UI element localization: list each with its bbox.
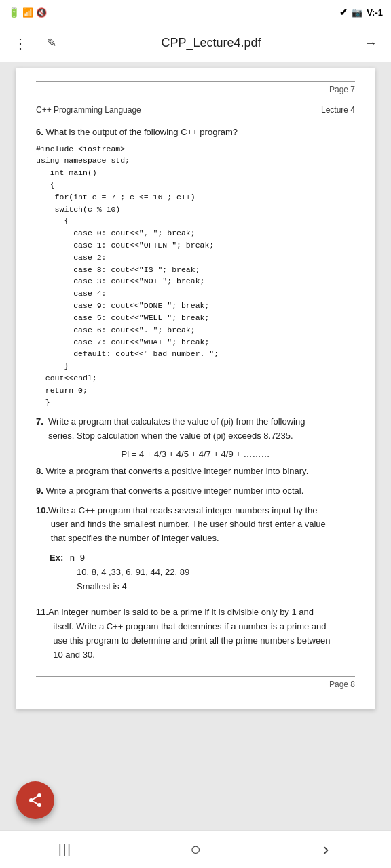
q10-num: 10.	[36, 505, 48, 515]
status-bar: 🔋 📶 🔇 ✔ 📷 V:-1	[0, 0, 391, 24]
status-left: 🔋 📶 🔇	[8, 7, 47, 18]
edit-button[interactable]: ✎	[39, 31, 64, 56]
toolbar: ⋮ ✎ CPP_Lecture4.pdf →	[0, 24, 391, 62]
page-num-bottom: Page 8	[36, 676, 355, 689]
section-header: C++ Programming Language Lecture 4	[36, 105, 355, 117]
q9-text: Write a program that converts a positive…	[43, 486, 303, 496]
q9-num: 9.	[36, 486, 43, 496]
q7-num: 7.	[36, 416, 43, 427]
q8-text: Write a program that converts a positive…	[43, 466, 308, 476]
q10-ex-label: Ex:	[50, 553, 63, 563]
section-header-left: C++ Programming Language	[36, 105, 141, 115]
q10-ex-line2: 10, 8, 4 ,33, 6, 91, 44, 22, 89	[77, 567, 189, 577]
q6-code: #include <iostream> using namespace std;…	[36, 143, 355, 409]
q10-text: Write a C++ program that reads several i…	[36, 505, 326, 544]
signal-icon: 📶	[22, 7, 33, 18]
q11-text: An integer number is said to be a prime …	[36, 607, 331, 659]
q11-num: 11.	[36, 607, 48, 617]
forward-nav-button[interactable]: ›	[307, 836, 345, 863]
battery-icon: 🔋	[8, 7, 20, 18]
q10-ex-line1: n=9	[70, 553, 85, 563]
section-header-right: Lecture 4	[321, 105, 355, 115]
q10-example: Ex: n=9 10, 8, 4 ,33, 6, 91, 44, 22, 89 …	[50, 551, 355, 593]
back-button[interactable]: |||	[46, 836, 84, 863]
menu-button[interactable]: ⋮	[8, 31, 33, 56]
q7-text: Write a program that calculates the valu…	[36, 416, 305, 441]
q10-ex-line3: Smallest is 4	[77, 581, 127, 591]
page-num-top: Page 7	[36, 81, 355, 94]
forward-button[interactable]: →	[358, 31, 383, 56]
q7-math: Pi = 4 + 4/3 + 4/5 + 4/7 + 4/9 + ………	[36, 449, 355, 459]
mute-icon: 🔇	[36, 7, 47, 18]
share-button[interactable]	[16, 781, 54, 819]
bottom-nav: ||| ○ ›	[0, 830, 391, 868]
q6-text: What is the output of the following C++ …	[43, 127, 238, 137]
question-11: 11.An integer number is said to be a pri…	[36, 606, 355, 662]
pdf-viewer: Page 7 C++ Programming Language Lecture …	[0, 62, 391, 830]
svg-line-3	[31, 795, 39, 800]
home-button[interactable]: ○	[176, 836, 215, 863]
pdf-page-7: Page 7 C++ Programming Language Lecture …	[16, 68, 375, 709]
svg-line-4	[31, 800, 39, 805]
question-10: 10.Write a C++ program that reads severa…	[36, 504, 355, 546]
question-8: 8. Write a program that converts a posit…	[36, 465, 355, 479]
status-text: V:-1	[367, 7, 383, 18]
q8-num: 8.	[36, 466, 43, 476]
camera-icon: 📷	[352, 7, 362, 18]
document-title: CPP_Lecture4.pdf	[71, 36, 352, 50]
status-right: ✔ 📷 V:-1	[339, 7, 383, 18]
question-7: 7. Write a program that calculates the v…	[36, 415, 355, 443]
share-icon	[27, 792, 43, 808]
question-6: 6. What is the output of the following C…	[36, 125, 355, 139]
checkbox-icon: ✔	[339, 7, 348, 18]
question-9: 9. Write a program that converts a posit…	[36, 484, 355, 498]
q6-num: 6.	[36, 127, 43, 137]
